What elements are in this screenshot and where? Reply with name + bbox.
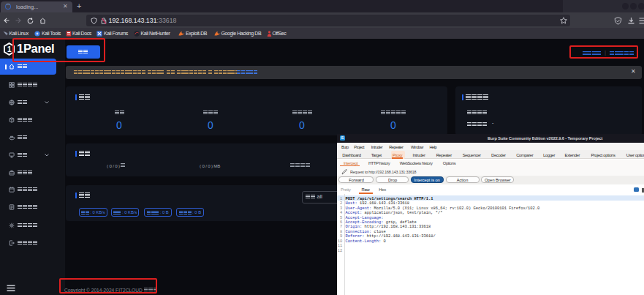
svg-text:1: 1 (7, 45, 11, 53)
